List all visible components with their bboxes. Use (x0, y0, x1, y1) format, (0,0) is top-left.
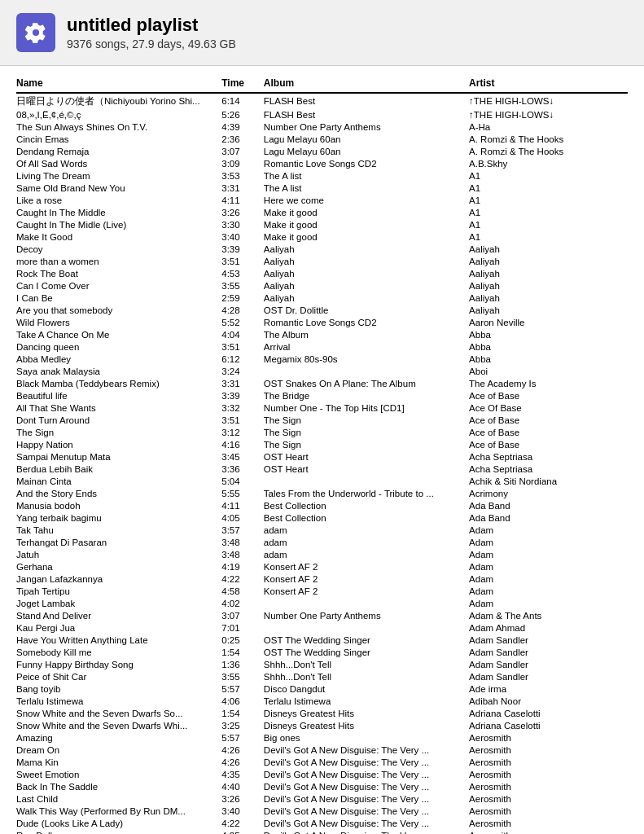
table-row[interactable]: Mama Kin4:26Devil's Got A New Disguise: … (16, 756, 628, 768)
table-row[interactable]: Mainan Cinta5:04Achik & Siti Nordiana (16, 475, 628, 487)
song-album: Romantic Love Songs CD2 (264, 316, 469, 328)
table-row[interactable]: Wild Flowers5:52Romantic Love Songs CD2A… (16, 316, 628, 328)
song-album: Devil's Got A New Disguise: The Very ... (264, 817, 469, 829)
table-row[interactable]: The Sun Always Shines On T.V.4:39Number … (16, 121, 628, 133)
table-row[interactable]: Bang toyib5:57Disco DangdutAde irma (16, 683, 628, 695)
table-row[interactable]: Kau Pergi Jua7:01Adam Ahmad (16, 621, 628, 634)
table-row[interactable]: The Sign3:12The SignAce of Base (16, 426, 628, 438)
table-row[interactable]: Last Child3:26Devil's Got A New Disguise… (16, 792, 628, 805)
table-row[interactable]: Tipah Tertipu4:58Konsert AF 2Adam (16, 585, 628, 597)
table-row[interactable]: Have You Written Anything Late0:25OST Th… (16, 634, 628, 646)
song-time: 4:35 (221, 768, 264, 780)
song-album: OST Snakes On A Plane: The Album (264, 377, 469, 389)
song-artist: ↑THE HIGH-LOWS↓ (469, 93, 628, 108)
table-row[interactable]: Caught In The Middle3:26Make it goodA1 (16, 206, 628, 218)
table-row[interactable]: Amazing5:57Big onesAerosmith (16, 731, 628, 744)
table-row[interactable]: I Can Be2:59AaliyahAaliyah (16, 292, 628, 304)
song-time: 1:54 (221, 646, 264, 658)
song-time: 3:51 (221, 340, 264, 353)
table-row[interactable]: Manusia bodoh4:11Best CollectionAda Band (16, 499, 628, 511)
table-row[interactable]: Caught In The Midle (Live)3:30Make it go… (16, 218, 628, 230)
song-name: Caught In The Middle (16, 206, 221, 218)
song-album (264, 475, 469, 487)
table-row[interactable]: Walk This Way (Performed By Run DM...3:4… (16, 805, 628, 817)
table-row[interactable]: Are you that somebody4:28OST Dr. Dolittl… (16, 304, 628, 316)
table-row[interactable]: Black Mamba (Teddybears Remix)3:31OST Sn… (16, 377, 628, 389)
table-row[interactable]: Decoy3:39AaliyahAaliyah (16, 243, 628, 255)
table-row[interactable]: Living The Dream3:53The A listA1 (16, 169, 628, 182)
table-row[interactable]: Berdua Lebih Baik3:36OST HeartAcha Septr… (16, 463, 628, 475)
song-album: Lagu Melayu 60an (264, 133, 469, 145)
song-album: Shhh...Don't Tell (264, 670, 469, 683)
table-row[interactable]: Jangan Lafazkannya4:22Konsert AF 2Adam (16, 573, 628, 585)
table-row[interactable]: Sampai Menutup Mata3:45OST HeartAcha Sep… (16, 450, 628, 463)
song-album: Make it good (264, 230, 469, 243)
table-row[interactable]: Rock The Boat4:53AaliyahAaliyah (16, 267, 628, 279)
song-album: OST Heart (264, 450, 469, 463)
song-time: 3:31 (221, 182, 264, 194)
table-row[interactable]: Yang terbaik bagimu4:05Best CollectionAd… (16, 511, 628, 524)
table-row[interactable]: Same Old Brand New You3:31The A listA1 (16, 182, 628, 194)
table-row[interactable]: Abba Medley6:12Megamix 80s-90sAbba (16, 353, 628, 365)
table-row[interactable]: Stand And Deliver3:07Number One Party An… (16, 609, 628, 621)
table-row[interactable]: Happy Nation4:16The SignAce of Base (16, 438, 628, 450)
table-row[interactable]: Dendang Remaja3:07Lagu Melayu 60anA. Rom… (16, 145, 628, 157)
song-album: Devil's Got A New Disguise: The Very ... (264, 780, 469, 792)
col-header-artist: Artist (469, 74, 628, 93)
table-row[interactable]: Dancing queen3:51ArrivalAbba (16, 340, 628, 353)
song-name: Same Old Brand New You (16, 182, 221, 194)
table-row[interactable]: Cincin Emas2:36Lagu Melayu 60anA. Romzi … (16, 133, 628, 145)
table-row[interactable]: Rag Doll4:25Devil's Got A New Disguise: … (16, 829, 628, 834)
table-row[interactable]: 08,»,I,Ë,¢,é,©,ç5:26FLASH Best↑THE HIGH-… (16, 108, 628, 121)
song-time: 3:51 (221, 255, 264, 267)
table-row[interactable]: Sweet Emotion4:35Devil's Got A New Disgu… (16, 768, 628, 780)
song-name: Caught In The Midle (Live) (16, 218, 221, 230)
song-artist: Abba (469, 353, 628, 365)
table-row[interactable]: Dream On4:26Devil's Got A New Disguise: … (16, 744, 628, 756)
table-row[interactable]: Like a rose4:11Here we comeA1 (16, 194, 628, 206)
song-album: Aaliyah (264, 279, 469, 292)
table-row[interactable]: Saya anak Malaysia3:24Aboi (16, 365, 628, 377)
song-name: Of All Sad Words (16, 157, 221, 169)
table-row[interactable]: Somebody Kill me1:54OST The Wedding Sing… (16, 646, 628, 658)
table-row[interactable]: Beautiful life3:39The BridgeAce of Base (16, 389, 628, 402)
table-row[interactable]: Tak Tahu3:57adamAdam (16, 524, 628, 536)
table-row[interactable]: All That She Wants3:32Number One - The T… (16, 402, 628, 414)
table-row[interactable]: Terhangat Di Pasaran3:48adamAdam (16, 536, 628, 548)
table-row[interactable]: Snow White and the Seven Dwarfs Whi...3:… (16, 719, 628, 731)
song-time: 4:11 (221, 194, 264, 206)
table-row[interactable]: Funny Happy Birthday Song1:36Shhh...Don'… (16, 658, 628, 670)
song-artist: Aerosmith (469, 744, 628, 756)
song-name: Mama Kin (16, 756, 221, 768)
song-artist: Aaliyah (469, 243, 628, 255)
song-album: Shhh...Don't Tell (264, 658, 469, 670)
song-time: 4:02 (221, 597, 264, 609)
table-row[interactable]: 日曜日よりの使者（Nichiyoubi Yorino Shi...6:14FLA… (16, 93, 628, 108)
song-album: Devil's Got A New Disguise: The Very ... (264, 792, 469, 805)
song-name: Rag Doll (16, 829, 221, 834)
table-row[interactable]: Make It Good3:40Make it goodA1 (16, 230, 628, 243)
table-row[interactable]: Peice of Shit Car3:55Shhh...Don't TellAd… (16, 670, 628, 683)
song-artist: Adam Ahmad (469, 621, 628, 634)
table-row[interactable]: more than a women3:51AaliyahAaliyah (16, 255, 628, 267)
song-album: Disco Dangdut (264, 683, 469, 695)
table-row[interactable]: Can I Come Over3:55AaliyahAaliyah (16, 279, 628, 292)
song-artist: Aerosmith (469, 829, 628, 834)
table-row[interactable]: Snow White and the Seven Dwarfs So...1:5… (16, 707, 628, 719)
table-row[interactable]: And the Story Ends5:55Tales From the Und… (16, 487, 628, 499)
table-row[interactable]: Joget Lambak4:02Adam (16, 597, 628, 609)
table-row[interactable]: Take A Chance On Me4:04The AlbumAbba (16, 328, 628, 340)
song-time: 3:55 (221, 279, 264, 292)
song-artist: Aaliyah (469, 292, 628, 304)
song-album: The Sign (264, 438, 469, 450)
table-row[interactable]: Of All Sad Words3:09Romantic Love Songs … (16, 157, 628, 169)
table-row[interactable]: Dude (Looks Like A Lady)4:22Devil's Got … (16, 817, 628, 829)
table-row[interactable]: Dont Turn Around3:51The SignAce of Base (16, 414, 628, 426)
table-row[interactable]: Terlalu Istimewa4:06Terlalu IstimewaAdib… (16, 695, 628, 707)
table-row[interactable]: Gerhana4:19Konsert AF 2Adam (16, 560, 628, 573)
song-artist: Aaliyah (469, 304, 628, 316)
table-row[interactable]: Jatuh3:48adamAdam (16, 548, 628, 560)
song-name: Bang toyib (16, 683, 221, 695)
table-row[interactable]: Back In The Saddle4:40Devil's Got A New … (16, 780, 628, 792)
song-album: Disneys Greatest Hits (264, 707, 469, 719)
